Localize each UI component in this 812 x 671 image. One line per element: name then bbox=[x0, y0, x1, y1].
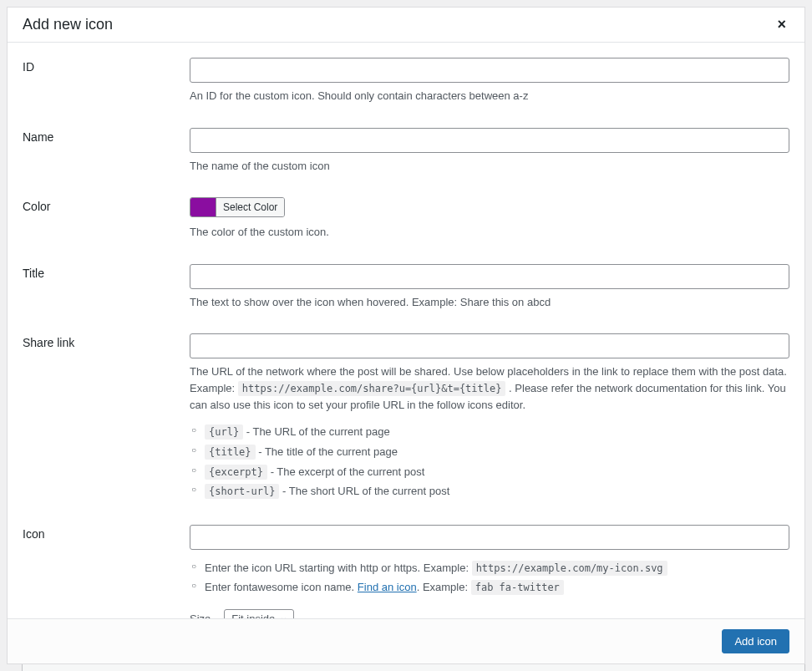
add-icon-button[interactable]: Add icon bbox=[722, 629, 789, 653]
id-input[interactable] bbox=[190, 58, 789, 83]
title-desc: The text to show over the icon when hove… bbox=[190, 294, 789, 311]
id-desc: An ID for the custom icon. Should only c… bbox=[190, 88, 789, 104]
field-icon-row: Icon Enter the icon URL starting with ht… bbox=[23, 525, 789, 618]
name-label: Name bbox=[23, 128, 190, 144]
placeholder-list: {url} - The URL of the current page {tit… bbox=[190, 422, 789, 501]
icon-input[interactable] bbox=[190, 525, 789, 550]
placeholder-title: {title} - The title of the current page bbox=[190, 442, 789, 462]
select-color-button[interactable]: Select Color bbox=[216, 198, 284, 216]
modal-body: ID An ID for the custom icon. Should onl… bbox=[8, 43, 804, 618]
field-title-row: Title The text to show over the icon whe… bbox=[23, 264, 789, 311]
share-link-label: Share link bbox=[23, 333, 190, 349]
add-icon-modal: Add new icon × ID An ID for the custom i… bbox=[7, 7, 805, 664]
title-label: Title bbox=[23, 264, 190, 280]
close-button[interactable]: × bbox=[774, 16, 789, 33]
color-desc: The color of the custom icon. bbox=[190, 224, 789, 241]
modal-header: Add new icon × bbox=[8, 8, 804, 43]
placeholder-excerpt: {excerpt} - The excerpt of the current p… bbox=[190, 462, 789, 482]
icon-label: Icon bbox=[23, 525, 190, 541]
placeholder-url: {url} - The URL of the current page bbox=[190, 422, 789, 442]
field-share-link-row: Share link The URL of the network where … bbox=[23, 333, 789, 501]
find-an-icon-link[interactable]: Find an icon bbox=[358, 581, 417, 593]
share-link-input[interactable] bbox=[190, 333, 789, 358]
color-swatch bbox=[190, 198, 216, 216]
modal-title: Add new icon bbox=[23, 16, 113, 33]
icon-hint-list: Enter the icon URL starting with http or… bbox=[190, 558, 789, 597]
name-input[interactable] bbox=[190, 128, 789, 153]
field-id-row: ID An ID for the custom icon. Should onl… bbox=[23, 58, 789, 104]
title-input[interactable] bbox=[190, 264, 789, 289]
modal-footer: Add icon bbox=[8, 618, 804, 663]
share-example-code: https://example.com/share?u={url}&t={tit… bbox=[238, 381, 506, 396]
name-desc: The name of the custom icon bbox=[190, 158, 789, 175]
icon-hint-fontawesome: Enter fontawesome icon name. Find an ico… bbox=[190, 577, 789, 597]
field-name-row: Name The name of the custom icon bbox=[23, 128, 789, 175]
size-row: Size - Fit inside bbox=[190, 609, 789, 618]
field-color-row: Color Select Color The color of the cust… bbox=[23, 197, 789, 241]
color-picker[interactable]: Select Color bbox=[190, 197, 285, 217]
placeholder-short-url: {short-url} - The short URL of the curre… bbox=[190, 481, 789, 501]
icon-hint-url: Enter the icon URL starting with http or… bbox=[190, 558, 789, 578]
size-label: Size - bbox=[190, 613, 217, 618]
size-select[interactable]: Fit inside bbox=[224, 609, 294, 618]
id-label: ID bbox=[23, 58, 190, 74]
share-link-desc: The URL of the network where the post wi… bbox=[190, 363, 789, 414]
color-label: Color bbox=[23, 197, 190, 213]
